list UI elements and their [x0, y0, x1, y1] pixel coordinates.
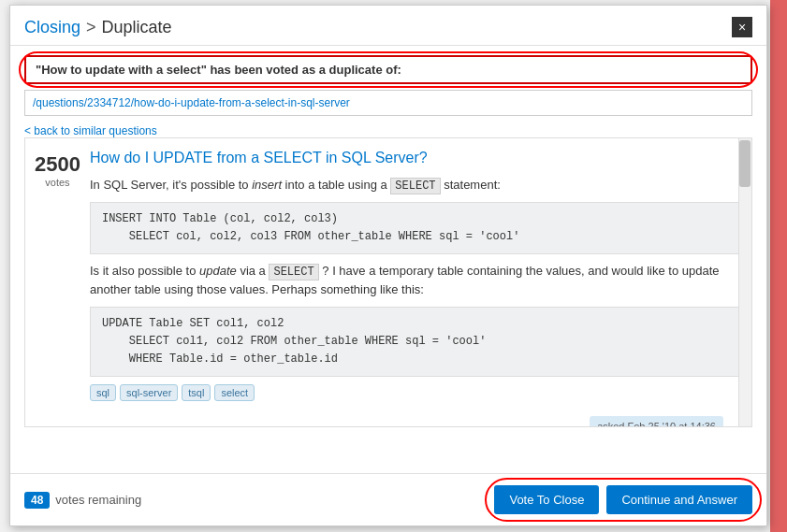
question-title[interactable]: How do I UPDATE from a SELECT in SQL Ser… [90, 150, 742, 166]
tag-sql-server[interactable]: sql-server [120, 384, 178, 401]
code-block-2: UPDATE Table SET col1, col2 SELECT col1,… [90, 307, 742, 378]
para1-end: statement: [441, 178, 501, 192]
para1-italic: insert [252, 178, 282, 192]
question-paragraph-2: Is it also possible to update via a SELE… [90, 262, 742, 299]
bg-decoration-red [770, 0, 787, 532]
vote-column: 2500 votes [25, 138, 90, 426]
footer-buttons: Vote To Close Continue and Answer [494, 485, 752, 514]
tag-sql[interactable]: sql [90, 384, 116, 401]
votes-remaining-text: votes remaining [55, 493, 141, 507]
vote-count: 2500 [35, 152, 80, 177]
modal-dialog: Closing > Duplicate × "How to update wit… [9, 5, 767, 526]
inline-code-select-2: SELECT [269, 264, 318, 280]
question-body: How do I UPDATE from a SELECT in SQL Ser… [90, 138, 751, 426]
modal-footer: 48 votes remaining Vote To Close Continu… [10, 473, 766, 525]
duplicate-url: /questions/2334712/how-do-i-update-from-… [24, 90, 752, 116]
vote-to-close-button[interactable]: Vote To Close [494, 485, 599, 514]
breadcrumb-link-closing[interactable]: Closing [24, 18, 80, 37]
inline-code-select-1: SELECT [390, 178, 440, 194]
scrollbar-thumb[interactable] [739, 140, 751, 187]
para2-italic: update [199, 264, 237, 278]
breadcrumb-separator: > [86, 18, 96, 37]
code-block-1: INSERT INTO Table (col, col2, col3) SELE… [90, 202, 742, 254]
close-button[interactable]: × [732, 17, 752, 37]
duplicate-notice: "How to update with a select" has been v… [24, 55, 752, 84]
para2-mid: via a [237, 264, 270, 278]
breadcrumb-current: Duplicate [102, 18, 172, 37]
votes-remaining-area: 48 votes remaining [24, 492, 141, 509]
modal-overlay: Closing > Duplicate × "How to update wit… [0, 0, 787, 532]
scrollbar[interactable] [738, 138, 751, 426]
continue-and-answer-button[interactable]: Continue and Answer [606, 485, 752, 514]
back-to-similar-link[interactable]: < back to similar questions [24, 124, 157, 137]
tags-row: sql sql-server tsql select [90, 384, 742, 401]
modal-header: Closing > Duplicate × [10, 6, 766, 46]
tag-tsql[interactable]: tsql [182, 384, 211, 401]
para1-mid: into a table using a [282, 178, 390, 192]
question-panel: 2500 votes How do I UPDATE from a SELECT… [24, 137, 752, 427]
votes-badge: 48 [24, 492, 50, 509]
para1-before: In SQL Server, it's possible to [90, 178, 252, 192]
question-paragraph-1: In SQL Server, it's possible to insert i… [90, 176, 742, 194]
modal-title: Closing > Duplicate [24, 18, 172, 37]
tag-select[interactable]: select [214, 384, 255, 401]
para2-before: Is it also possible to [90, 264, 199, 278]
vote-label: votes [35, 177, 80, 188]
asked-info: asked Feb 25 '10 at 14:36 [590, 416, 723, 426]
